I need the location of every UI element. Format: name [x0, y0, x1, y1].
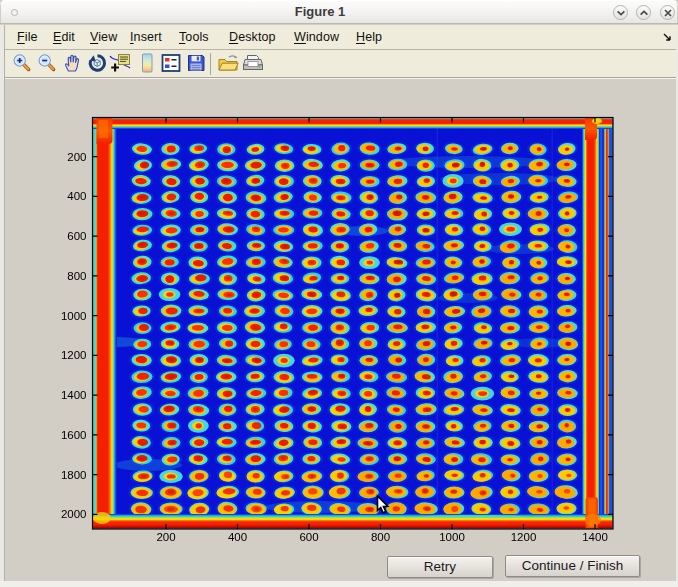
- svg-text:1000: 1000: [439, 531, 465, 543]
- svg-text:1400: 1400: [582, 531, 608, 543]
- svg-text:1400: 1400: [61, 389, 87, 401]
- svg-text:400: 400: [228, 531, 247, 543]
- svg-text:400: 400: [67, 190, 86, 202]
- svg-text:1200: 1200: [61, 349, 87, 361]
- svg-text:600: 600: [299, 531, 318, 543]
- svg-text:1000: 1000: [61, 310, 87, 322]
- svg-text:800: 800: [371, 531, 390, 543]
- svg-text:1200: 1200: [511, 531, 537, 543]
- svg-text:1600: 1600: [61, 429, 87, 441]
- svg-text:800: 800: [67, 270, 86, 282]
- svg-text:200: 200: [156, 531, 175, 543]
- svg-text:600: 600: [67, 230, 86, 242]
- svg-text:200: 200: [67, 151, 86, 163]
- svg-text:2000: 2000: [61, 508, 87, 520]
- svg-text:1800: 1800: [61, 469, 87, 481]
